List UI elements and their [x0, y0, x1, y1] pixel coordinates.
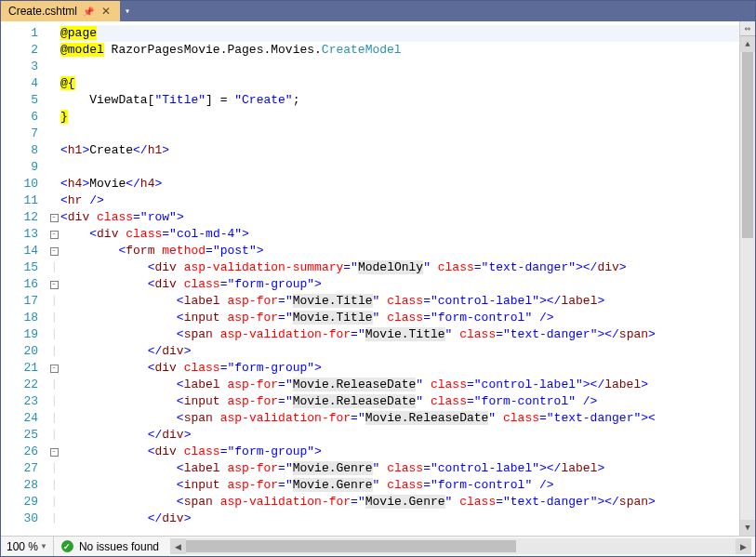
scroll-left-icon[interactable]: ◀ [170, 538, 186, 554]
code-line[interactable]: <label asp-for="Movie.Title" class="cont… [60, 293, 739, 310]
scroll-down-icon[interactable]: ▼ [740, 520, 755, 536]
code-line[interactable]: <label asp-for="Movie.Genre" class="cont… [60, 460, 739, 477]
line-number: 15 [1, 259, 47, 276]
check-icon: ✓ [61, 540, 73, 552]
code-line[interactable]: <h4>Movie</h4> [60, 176, 739, 192]
code-line[interactable]: <h1>Create</h1> [60, 142, 739, 159]
gutter-row: 14- [1, 243, 60, 259]
fold-indicator [47, 42, 60, 59]
code-line[interactable]: <span asp-validation-for="Movie.Title" c… [60, 326, 739, 343]
gutter-row: 15│ [1, 259, 60, 276]
code-line[interactable]: ViewData["Title"] = "Create"; [60, 92, 739, 109]
code-line[interactable]: <div class="form-group"> [60, 360, 739, 377]
code-line[interactable]: @model RazorPagesMovie.Pages.Movies.Crea… [60, 42, 739, 59]
gutter-row: 29│ [1, 494, 60, 511]
code-line[interactable]: <input asp-for="Movie.ReleaseDate" class… [60, 393, 739, 410]
split-icon[interactable]: ⇔ [740, 21, 755, 36]
gutter-row: 2 [1, 42, 60, 59]
line-number: 26 [1, 444, 47, 460]
gutter-row: 30│ [1, 511, 60, 527]
gutter-row: 1 [1, 25, 60, 42]
fold-indicator [47, 92, 60, 109]
editor-area[interactable]: 123456789101112-13-14-15│16-17│18│19│20│… [1, 21, 755, 536]
code-line[interactable]: </div> [60, 511, 739, 527]
gutter-row: 13- [1, 226, 60, 243]
gutter-row: 5 [1, 92, 60, 109]
gutter-row: 18│ [1, 310, 60, 326]
issues-indicator[interactable]: ✓ No issues found [54, 540, 166, 553]
code-line[interactable]: <div class="form-group"> [60, 276, 739, 293]
gutter-row: 12- [1, 209, 60, 226]
close-icon[interactable]: ✕ [99, 5, 113, 18]
pin-icon[interactable]: 📌 [83, 7, 94, 17]
statusbar: 100 % ▼ ✓ No issues found ◀ ▶ [1, 536, 755, 556]
fold-indicator[interactable]: - [47, 226, 60, 243]
fold-indicator: │ [47, 511, 60, 527]
fold-indicator [47, 192, 60, 209]
line-number: 14 [1, 243, 47, 259]
line-number: 21 [1, 360, 47, 377]
gutter-row: 20│ [1, 343, 60, 360]
fold-indicator[interactable]: - [47, 444, 60, 460]
gutter-row: 7 [1, 126, 60, 142]
fold-indicator[interactable]: - [47, 243, 60, 259]
gutter-row: 26- [1, 444, 60, 460]
code-line[interactable]: <span asp-validation-for="Movie.ReleaseD… [60, 410, 739, 427]
code-line[interactable]: @page [60, 25, 739, 42]
code-line[interactable]: <hr /> [60, 192, 739, 209]
vertical-scrollbar[interactable]: ⇔ ▲ ▼ [739, 21, 755, 536]
code-line[interactable]: @{ [60, 75, 739, 92]
fold-indicator [47, 59, 60, 75]
horizontal-scrollbar[interactable]: ◀ ▶ [170, 538, 751, 554]
scroll-up-icon[interactable]: ▲ [740, 36, 755, 52]
scroll-right-icon[interactable]: ▶ [736, 538, 751, 554]
line-number: 5 [1, 92, 47, 109]
fold-indicator[interactable]: - [47, 276, 60, 293]
fold-indicator: │ [47, 310, 60, 326]
line-number: 4 [1, 75, 47, 92]
gutter-row: 22│ [1, 377, 60, 393]
line-number: 29 [1, 494, 47, 511]
code-line[interactable]: <input asp-for="Movie.Title" class="form… [60, 310, 739, 326]
code-line[interactable] [60, 159, 739, 176]
line-number: 1 [1, 25, 47, 42]
code-line[interactable]: <div class="form-group"> [60, 444, 739, 460]
line-number: 2 [1, 42, 47, 59]
line-number: 25 [1, 427, 47, 444]
chevron-down-icon: ▼ [40, 542, 47, 550]
zoom-value: 100 % [7, 540, 38, 553]
line-number: 9 [1, 159, 47, 176]
line-number: 12 [1, 209, 47, 226]
code-line[interactable]: </div> [60, 343, 739, 360]
line-number: 20 [1, 343, 47, 360]
gutter-row: 19│ [1, 326, 60, 343]
fold-indicator: │ [47, 477, 60, 494]
scroll-track[interactable] [740, 52, 755, 520]
fold-indicator[interactable]: - [47, 209, 60, 226]
fold-indicator [47, 142, 60, 159]
scroll-thumb[interactable] [742, 52, 753, 238]
fold-indicator: │ [47, 326, 60, 343]
fold-indicator [47, 109, 60, 126]
code-line[interactable]: <input asp-for="Movie.Genre" class="form… [60, 477, 739, 494]
code-line[interactable]: <div class="col-md-4"> [60, 226, 739, 243]
code-line[interactable]: </div> [60, 427, 739, 444]
code-line[interactable]: <div asp-validation-summary="ModelOnly" … [60, 259, 739, 276]
code-line[interactable] [60, 126, 739, 142]
code-line[interactable]: <span asp-validation-for="Movie.Genre" c… [60, 494, 739, 511]
fold-indicator[interactable]: - [47, 360, 60, 377]
code-line[interactable]: <div class="row"> [60, 209, 739, 226]
zoom-selector[interactable]: 100 % ▼ [1, 537, 54, 556]
code-line[interactable]: } [60, 109, 739, 126]
tab-dropdown-icon[interactable]: ▾ [120, 1, 135, 21]
fold-indicator [47, 25, 60, 42]
code-line[interactable]: <label asp-for="Movie.ReleaseDate" class… [60, 377, 739, 393]
line-number: 6 [1, 109, 47, 126]
code-line[interactable] [60, 59, 739, 75]
hscroll-thumb[interactable] [186, 540, 516, 552]
code-line[interactable]: <form method="post"> [60, 243, 739, 259]
gutter-row: 27│ [1, 460, 60, 477]
gutter: 123456789101112-13-14-15│16-17│18│19│20│… [1, 21, 60, 536]
code-column[interactable]: @page@model RazorPagesMovie.Pages.Movies… [60, 21, 739, 536]
active-tab[interactable]: Create.cshtml 📌 ✕ [1, 1, 120, 21]
